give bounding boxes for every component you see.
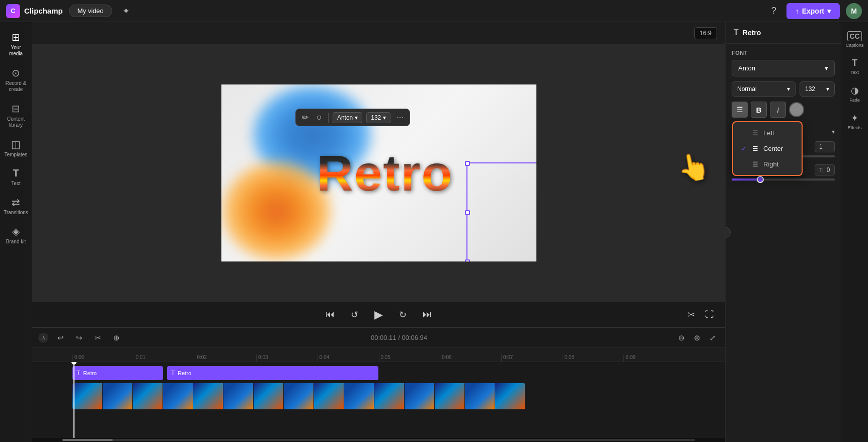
right-panel-header: T Retro bbox=[726, 22, 841, 44]
skip-back-btn[interactable]: ⏮ bbox=[323, 307, 338, 322]
text-track-icon-2: T bbox=[171, 370, 175, 377]
text-icon: T bbox=[13, 167, 19, 179]
bold-btn[interactable]: B bbox=[751, 102, 767, 118]
app-logo[interactable]: C Clipchamp bbox=[6, 4, 63, 18]
font-size-value: 132 bbox=[805, 85, 815, 93]
export-button[interactable]: ↑ Export ▾ bbox=[786, 3, 840, 19]
undo-btn[interactable]: ↩ bbox=[54, 332, 67, 344]
right-bar-fade[interactable]: ◑ Fade bbox=[843, 81, 867, 107]
skip-forward-btn[interactable]: ⏭ bbox=[420, 307, 435, 322]
scrollbar-thumb[interactable] bbox=[62, 439, 113, 441]
user-avatar[interactable]: M bbox=[846, 3, 862, 19]
align-right-icon: ☰ bbox=[752, 160, 758, 168]
collapse-timeline-btn[interactable]: ∧ bbox=[38, 333, 48, 343]
font-size-selector-toolbar[interactable]: 132 ▾ bbox=[366, 112, 390, 123]
canvas-area: 16:9 Retro bbox=[32, 22, 725, 327]
align-dropdown: ☰ Left ✓ ☰ Center ☰ Right bbox=[732, 121, 803, 176]
sidebar-item-your-media[interactable]: ⊞ Your media bbox=[2, 27, 30, 61]
font-size-dropdown[interactable]: 132 ▾ bbox=[800, 81, 835, 97]
text-toolbar-floating: ✏ ○ Anton ▾ 132 ▾ ··· bbox=[295, 109, 410, 126]
brand-kit-icon: ◈ bbox=[12, 225, 20, 237]
zoom-out-btn[interactable]: ⊖ bbox=[675, 332, 688, 344]
line-height-value: 1 bbox=[819, 143, 823, 150]
left-sidebar: ⊞ Your media ⊙ Record &create ⊟ Contentl… bbox=[0, 22, 32, 442]
text-track-2[interactable]: T Retro bbox=[167, 366, 378, 380]
magic-btn[interactable]: ✦ bbox=[118, 4, 134, 19]
canvas-toolbar: 16:9 bbox=[32, 22, 725, 44]
align-right-option[interactable]: ☰ Right bbox=[733, 156, 802, 172]
bottom-section: ∧ ↩ ↪ ✂ ⊕ 00:00.11 / 00:06.94 ⊖ ⊕ ⤢ bbox=[32, 327, 725, 442]
right-bar-captions[interactable]: CC Captions bbox=[843, 27, 867, 52]
retro-text-container[interactable]: Retro bbox=[317, 148, 453, 198]
font-dropdown[interactable]: Anton ▾ bbox=[732, 60, 835, 76]
captions-label: Captions bbox=[846, 43, 864, 48]
forward-btn[interactable]: ↻ bbox=[396, 307, 410, 322]
sidebar-item-text[interactable]: T Text bbox=[2, 163, 30, 190]
more-options-btn[interactable]: ··· bbox=[394, 112, 405, 123]
sidebar-item-record-create[interactable]: ⊙ Record &create bbox=[2, 63, 30, 97]
fullscreen-btn[interactable]: ⛶ bbox=[702, 307, 717, 322]
canvas-viewport[interactable]: Retro bbox=[32, 44, 725, 301]
right-bar-effects[interactable]: ✦ Effects bbox=[843, 109, 867, 134]
ruler-mark-3: 0:03 bbox=[256, 355, 318, 362]
color-picker-circle[interactable] bbox=[789, 102, 804, 117]
video-thumbnails-track[interactable] bbox=[72, 383, 525, 409]
thumb-8 bbox=[314, 383, 344, 409]
sidebar-item-brand-kit[interactable]: ◈ Brand kit bbox=[2, 221, 30, 248]
chevron-down-icon: ▾ bbox=[383, 114, 386, 121]
letter-spacing-slider[interactable] bbox=[732, 179, 835, 181]
sidebar-item-templates[interactable]: ◫ Templates bbox=[2, 134, 30, 161]
text-track-icon: T bbox=[76, 370, 80, 377]
far-right-bar: CC Captions T Text ◑ Fade ✦ Effects bbox=[841, 22, 868, 442]
smoke-orange bbox=[221, 161, 332, 261]
formatting-row: ☰ ☰ Left ✓ ☰ Center bbox=[732, 102, 835, 118]
rewind-btn[interactable]: ↺ bbox=[348, 307, 361, 322]
right-bar-text[interactable]: T Text bbox=[843, 54, 867, 79]
italic-btn[interactable]: I bbox=[770, 102, 786, 118]
align-left-option[interactable]: ☰ Left bbox=[733, 125, 802, 141]
letter-spacing-value-box[interactable]: T| 0 bbox=[815, 164, 835, 175]
video-title[interactable]: My video bbox=[69, 5, 112, 17]
redo-btn[interactable]: ↪ bbox=[73, 332, 86, 344]
your-media-icon: ⊞ bbox=[12, 31, 20, 43]
color-picker-btn[interactable]: ○ bbox=[314, 111, 324, 124]
sidebar-item-transitions[interactable]: ⇄ Transitions bbox=[2, 192, 30, 219]
help-btn[interactable]: ? bbox=[767, 4, 780, 18]
font-style-row: Normal ▾ 132 ▾ bbox=[732, 81, 835, 97]
chevron-down-icon: ▾ bbox=[826, 85, 829, 93]
sidebar-item-label: Your media bbox=[4, 45, 28, 57]
expand-btn[interactable]: ⤢ bbox=[706, 332, 719, 344]
font-size-label: 132 bbox=[371, 114, 381, 121]
trim-btn[interactable]: ✂ bbox=[684, 307, 698, 322]
chevron-down-icon: ▾ bbox=[787, 85, 790, 93]
cut-btn[interactable]: ✂ bbox=[92, 332, 104, 344]
templates-icon: ◫ bbox=[11, 138, 21, 150]
ruler-mark-6: 0:06 bbox=[440, 355, 501, 362]
timeline-area: ∧ ↩ ↪ ✂ ⊕ 00:00.11 / 00:06.94 ⊖ ⊕ ⤢ bbox=[32, 327, 725, 438]
copy-btn[interactable]: ⊕ bbox=[110, 332, 123, 344]
font-selector-toolbar[interactable]: Anton ▾ bbox=[333, 112, 362, 123]
sidebar-item-content-library[interactable]: ⊟ Contentlibrary bbox=[2, 99, 30, 132]
scrollbar-track[interactable] bbox=[62, 439, 695, 441]
italic-label: I bbox=[777, 106, 779, 114]
panel-title-icon: T bbox=[734, 28, 739, 37]
text-track-1[interactable]: T Retro bbox=[72, 366, 163, 380]
line-height-value-box[interactable]: 1 bbox=[815, 141, 835, 152]
play-btn[interactable]: ▶ bbox=[371, 306, 386, 323]
align-center-option[interactable]: ✓ ☰ Center bbox=[733, 141, 802, 156]
thumb-11 bbox=[405, 383, 435, 409]
playback-right-controls: ✂ ⛶ bbox=[684, 307, 717, 322]
edit-text-btn[interactable]: ✏ bbox=[300, 112, 310, 123]
export-label: Export bbox=[802, 7, 824, 15]
transitions-icon: ⇄ bbox=[12, 196, 20, 208]
font-style-dropdown[interactable]: Normal ▾ bbox=[732, 81, 796, 97]
align-icon: ☰ bbox=[737, 106, 743, 114]
playhead[interactable] bbox=[73, 362, 74, 438]
thumb-14 bbox=[495, 383, 525, 409]
timeline-scrollbar bbox=[32, 438, 725, 442]
retro-text[interactable]: Retro bbox=[317, 148, 453, 198]
zoom-in-btn[interactable]: ⊕ bbox=[691, 332, 703, 344]
aspect-ratio-badge: 16:9 bbox=[694, 27, 717, 39]
align-btn[interactable]: ☰ ☰ Left ✓ ☰ Center bbox=[732, 102, 748, 118]
playback-bar: ⏮ ↺ ▶ ↻ ⏭ ✂ ⛶ bbox=[32, 301, 725, 327]
